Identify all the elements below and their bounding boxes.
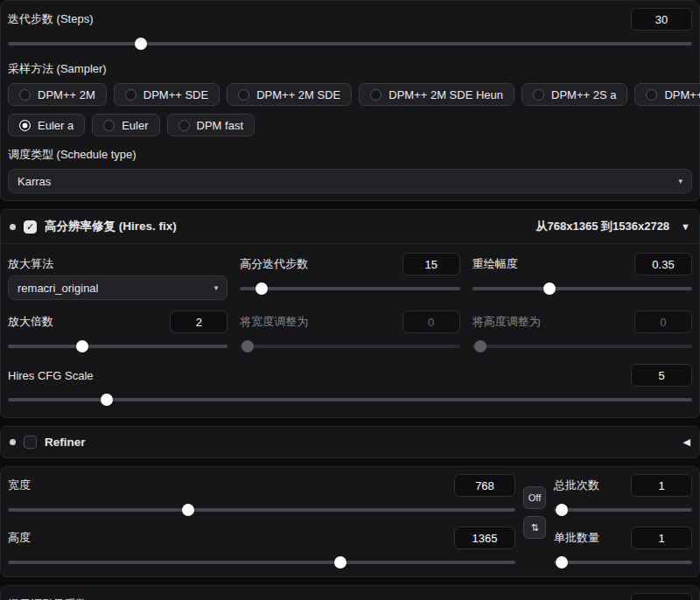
sampler-option-dpmpp-2s-a[interactable]: DPM++ 2S a <box>522 83 627 106</box>
swap-icon: ⇅ <box>530 522 538 534</box>
denoising-label: 重绘幅度 <box>472 256 518 272</box>
slider-handle[interactable] <box>76 340 88 352</box>
batch-size-slider[interactable] <box>554 555 692 569</box>
hires-enable-checkbox[interactable]: ✓ <box>24 220 37 234</box>
radio-icon <box>646 89 657 101</box>
width-field: 宽度 <box>8 474 515 517</box>
sampler-option-label: DPM++ 2S a <box>551 88 616 101</box>
slider-handle <box>474 340 486 352</box>
batch-count-slider[interactable] <box>554 503 692 517</box>
sampler-option-label: DPM++ SDE <box>144 88 208 101</box>
slider-handle[interactable] <box>256 283 268 295</box>
sampler-option-label: Euler a <box>38 119 74 132</box>
slider-handle[interactable] <box>556 556 568 569</box>
slider-track <box>8 345 228 348</box>
upscale-by-label: 放大倍数 <box>8 314 53 330</box>
hires-steps-label: 高分迭代步数 <box>240 256 308 272</box>
sampler-option-euler-a[interactable]: Euler a <box>8 114 85 136</box>
denoising-slider[interactable] <box>472 282 692 296</box>
batch-count-field: 总批次数 <box>554 474 692 517</box>
cfg-scale-label: 提示词引导系数 (CFG Scale) <box>8 597 154 600</box>
upscaler-dropdown[interactable]: remacri_original ▾ <box>8 276 228 300</box>
resize-width-slider <box>240 339 459 353</box>
swap-dimensions-button[interactable]: ⇅ <box>523 516 546 539</box>
sampler-option-dpmpp-2m-sde-heun[interactable]: DPM++ 2M SDE Heun <box>359 83 514 106</box>
hires-fix-title: 高分辨率修复 (Hires. fix) <box>45 219 177 234</box>
hires-cfg-field: Hires CFG Scale <box>8 364 692 407</box>
caret-down-icon: ▾ <box>678 177 682 185</box>
radio-icon <box>370 89 382 101</box>
resize-height-slider <box>472 339 692 353</box>
hires-cfg-slider[interactable] <box>8 393 692 407</box>
sampler-row-1: DPM++ 2M DPM++ SDE DPM++ 2M SDE DPM++ 2M… <box>8 83 692 106</box>
aspect-ratio-off-button[interactable]: Off <box>523 486 546 509</box>
upscaler-value: remacri_original <box>18 282 98 295</box>
batch-column: 总批次数 单批数量 <box>554 474 692 569</box>
height-label: 高度 <box>8 530 31 546</box>
hires-steps-field: 高分迭代步数 <box>240 253 459 300</box>
slider-track <box>472 345 692 348</box>
resize-height-input <box>634 310 692 333</box>
sampler-option-dpmpp-sde[interactable]: DPM++ SDE <box>114 83 220 106</box>
schedule-type-label: 调度类型 (Schedule type) <box>8 147 692 163</box>
steps-slider[interactable] <box>8 37 692 51</box>
slider-track <box>8 42 692 45</box>
sampler-option-dpmpp-2m-sde[interactable]: DPM++ 2M SDE <box>227 83 352 106</box>
batch-count-label: 总批次数 <box>554 478 599 493</box>
sampler-option-dpmpp-2m[interactable]: DPM++ 2M <box>8 83 107 106</box>
hires-cfg-label: Hires CFG Scale <box>8 369 94 382</box>
refiner-accordion: Refiner ◀ <box>0 426 700 458</box>
upscale-by-field: 放大倍数 <box>8 310 228 353</box>
slider-track <box>240 287 459 290</box>
batch-size-input[interactable] <box>631 527 692 549</box>
schedule-type-dropdown[interactable]: Karras ▾ <box>8 169 692 193</box>
hires-steps-input[interactable] <box>402 253 460 276</box>
sampler-label: 采样方法 (Sampler) <box>8 61 692 77</box>
radio-icon <box>238 89 249 101</box>
height-slider[interactable] <box>8 555 515 569</box>
batch-size-label: 单批数量 <box>554 530 599 546</box>
upscale-by-slider[interactable] <box>8 339 228 353</box>
sampler-option-euler[interactable]: Euler <box>92 114 159 136</box>
hires-fix-body: 放大算法 remacri_original ▾ 高分迭代步数 <box>1 243 699 417</box>
radio-icon <box>103 120 115 131</box>
hires-steps-slider[interactable] <box>240 282 459 296</box>
cfg-scale-input[interactable] <box>631 593 692 600</box>
slider-handle[interactable] <box>182 504 194 516</box>
upscaler-label: 放大算法 <box>8 256 53 272</box>
slider-track <box>240 345 459 348</box>
sampler-option-label: DPM++ 2M SDE <box>256 88 340 101</box>
slider-handle[interactable] <box>543 283 556 295</box>
accordion-collapsed-icon: ◀ <box>683 436 690 448</box>
sampler-option-label: DPM++ 2M <box>38 88 95 101</box>
dimensions-block: 宽度 高度 Off <box>0 466 700 577</box>
hires-fix-accordion: ✓ 高分辨率修复 (Hires. fix) 从768x1365 到1536x27… <box>0 209 700 418</box>
sampler-option-dpmpp-3m-sde[interactable]: DPM++ 3M SDE <box>634 83 700 106</box>
refiner-enable-checkbox[interactable] <box>24 436 37 449</box>
hires-fix-header[interactable]: ✓ 高分辨率修复 (Hires. fix) 从768x1365 到1536x27… <box>1 210 699 243</box>
sampler-option-dpm-fast[interactable]: DPM fast <box>167 114 255 136</box>
slider-handle[interactable] <box>334 556 346 569</box>
radio-selected-icon <box>19 120 31 131</box>
slider-handle <box>242 340 254 352</box>
width-input[interactable] <box>454 474 515 497</box>
width-label: 宽度 <box>8 478 31 493</box>
slider-handle[interactable] <box>135 38 147 50</box>
steps-input[interactable] <box>631 8 692 31</box>
upscale-by-input[interactable] <box>170 310 228 333</box>
schedule-type-value: Karras <box>18 175 51 188</box>
cfg-scale-row: 提示词引导系数 (CFG Scale) <box>8 593 692 600</box>
slider-track <box>8 561 515 564</box>
batch-count-input[interactable] <box>631 474 692 497</box>
refiner-header[interactable]: Refiner ◀ <box>1 427 699 457</box>
cfg-scale-block: 提示词引导系数 (CFG Scale) <box>0 585 700 600</box>
width-slider[interactable] <box>8 503 515 517</box>
caret-down-icon: ▾ <box>214 283 219 292</box>
denoising-input[interactable] <box>634 253 692 276</box>
steps-label: 迭代步数 (Steps) <box>8 11 94 27</box>
slider-handle[interactable] <box>556 504 568 516</box>
radio-icon <box>533 89 544 101</box>
hires-cfg-input[interactable] <box>631 364 692 387</box>
slider-handle[interactable] <box>101 394 113 406</box>
height-input[interactable] <box>454 527 515 549</box>
